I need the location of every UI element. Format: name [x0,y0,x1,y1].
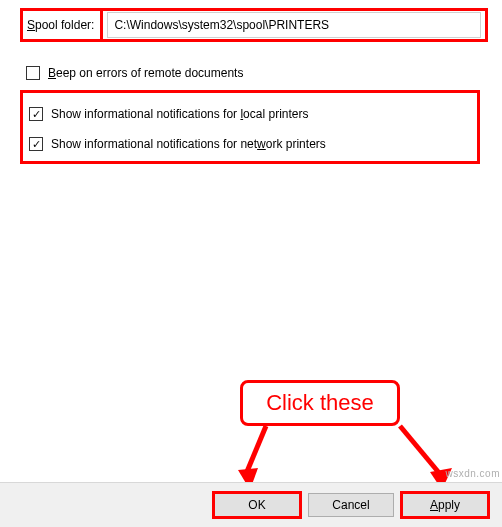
spool-folder-row: Spool folder: [20,8,488,42]
beep-errors-row[interactable]: Beep on errors of remote documents [26,66,482,80]
annotation-callout: Click these [240,380,400,426]
dialog-button-bar: OK Cancel Apply [0,482,502,527]
network-notify-row[interactable]: ✓ Show informational notifications for n… [29,137,471,151]
svg-line-2 [400,426,440,474]
cancel-button[interactable]: Cancel [308,493,394,517]
network-notify-label: Show informational notifications for net… [51,137,326,151]
spool-folder-input[interactable] [107,12,481,38]
notifications-highlight-box: ✓ Show informational notifications for l… [20,90,480,164]
local-notify-row[interactable]: ✓ Show informational notifications for l… [29,107,471,121]
network-notify-checkbox[interactable]: ✓ [29,137,43,151]
apply-button[interactable]: Apply [400,491,490,519]
beep-errors-label: Beep on errors of remote documents [48,66,243,80]
svg-line-0 [246,426,266,474]
spool-folder-label: Spool folder: [23,11,103,39]
watermark-text: wsxdn.com [445,468,500,479]
local-notify-label: Show informational notifications for loc… [51,107,308,121]
beep-errors-checkbox[interactable] [26,66,40,80]
local-notify-checkbox[interactable]: ✓ [29,107,43,121]
ok-button[interactable]: OK [212,491,302,519]
